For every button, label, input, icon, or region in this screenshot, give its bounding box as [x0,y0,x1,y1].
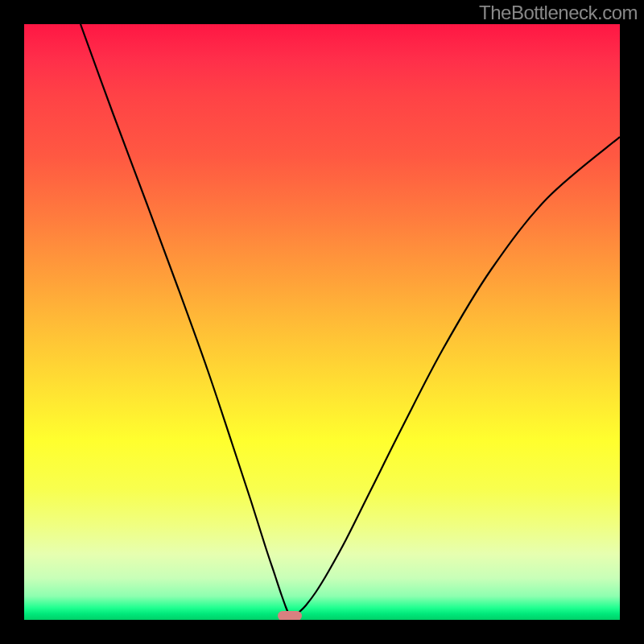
curve-svg [24,24,620,620]
optimal-marker [278,611,302,620]
bottleneck-curve [80,24,620,616]
chart-container: TheBottleneck.com [0,0,644,644]
plot-area [24,24,620,620]
watermark-text: TheBottleneck.com [479,2,638,24]
